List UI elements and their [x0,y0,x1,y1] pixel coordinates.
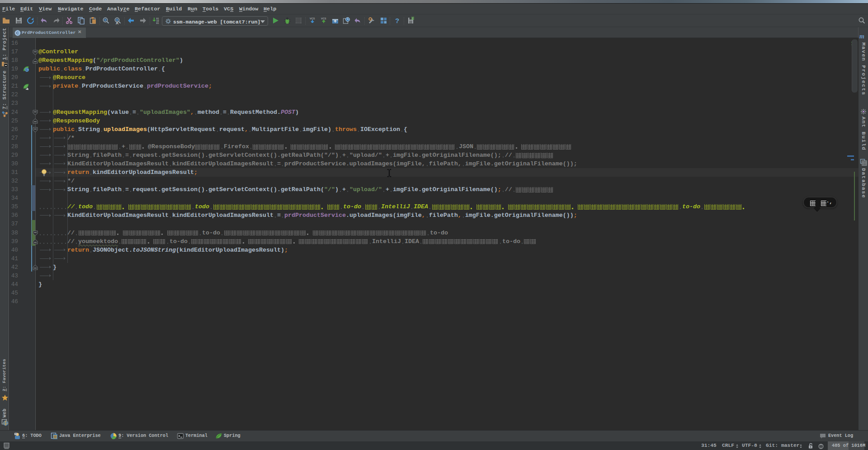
svg-text:C: C [26,68,28,72]
svg-text:m: m [859,33,864,40]
svg-text:A: A [116,21,118,25]
svg-text:01: 01 [156,22,159,25]
svg-text:VCS: VCS [310,17,315,20]
svg-text:?: ? [395,17,399,24]
svg-text:VCS: VCS [321,17,326,20]
svg-text:C: C [16,31,19,35]
